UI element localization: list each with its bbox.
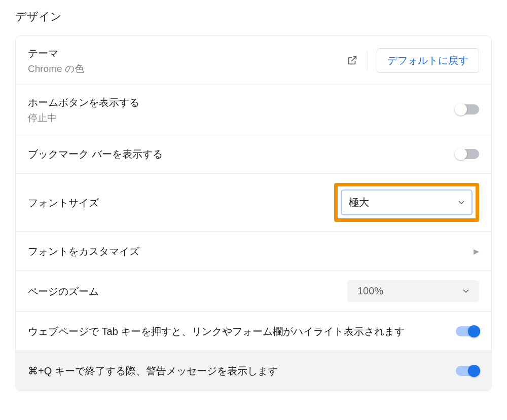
font-size-row: フォントサイズ 極大 (16, 174, 491, 232)
dropdown-arrow-icon (458, 201, 464, 205)
theme-sublabel: Chrome の色 (28, 62, 347, 75)
page-zoom-label: ページのズーム (28, 283, 347, 299)
home-button-label: ホームボタンを表示する (28, 94, 456, 110)
home-button-row: ホームボタンを表示する 停止中 (16, 85, 491, 134)
dropdown-arrow-icon (463, 289, 469, 293)
quit-warning-label: ⌘+Q キーで終了する際、警告メッセージを表示します (28, 363, 456, 379)
highlight-annotation: 極大 (334, 183, 479, 222)
home-button-toggle[interactable] (456, 104, 479, 114)
font-customize-label: フォントをカスタマイズ (28, 243, 474, 259)
section-title: デザイン (15, 9, 492, 24)
tab-highlight-row: ウェブページで Tab キーを押すと、リンクやフォーム欄がハイライト表示されます (16, 312, 491, 351)
reset-default-button[interactable]: デフォルトに戻す (377, 48, 479, 73)
bookmark-bar-toggle[interactable] (456, 149, 479, 159)
font-size-label: フォントサイズ (28, 195, 334, 211)
divider (367, 50, 368, 70)
theme-row[interactable]: テーマ Chrome の色 デフォルトに戻す (16, 36, 491, 85)
bookmark-bar-label: ブックマーク バーを表示する (28, 146, 456, 162)
font-size-value: 極大 (349, 196, 369, 209)
chevron-right-icon: ▶ (474, 247, 479, 255)
design-card: テーマ Chrome の色 デフォルトに戻す ホームボタンを表示する 停止中 (15, 35, 492, 391)
page-zoom-row: ページのズーム 100% (16, 271, 491, 312)
page-zoom-select[interactable]: 100% (347, 280, 479, 302)
theme-label: テーマ (28, 45, 347, 61)
tab-highlight-toggle[interactable] (456, 326, 479, 336)
tab-highlight-label: ウェブページで Tab キーを押すと、リンクやフォーム欄がハイライト表示されます (28, 323, 456, 339)
quit-warning-row: ⌘+Q キーで終了する際、警告メッセージを表示します (16, 351, 491, 391)
bookmark-bar-row: ブックマーク バーを表示する (16, 134, 491, 174)
font-customize-row[interactable]: フォントをカスタマイズ ▶ (16, 232, 491, 271)
page-zoom-value: 100% (357, 285, 383, 297)
quit-warning-toggle[interactable] (456, 366, 479, 376)
open-in-new-icon[interactable] (347, 55, 358, 66)
home-button-sublabel: 停止中 (28, 111, 456, 125)
font-size-select[interactable]: 極大 (341, 189, 473, 215)
